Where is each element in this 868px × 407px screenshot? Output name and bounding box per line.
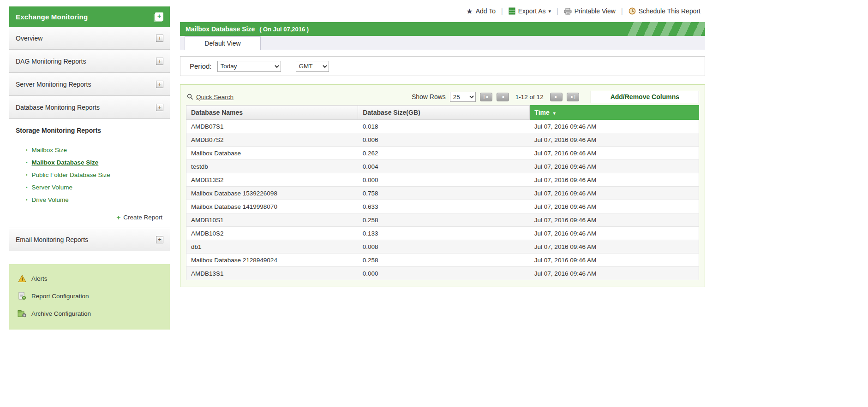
sidebar-item-mailbox-database-size[interactable]: • Mailbox Database Size (9, 156, 170, 169)
pagination-last-button[interactable]: ►| (567, 93, 579, 101)
printable-view-button[interactable]: Printable View (564, 7, 616, 15)
sidebar-link-label: Mailbox Database Size (32, 159, 99, 166)
title-bar-stripes-decoration (626, 22, 705, 36)
cell-database-size: 0.258 (358, 254, 530, 267)
sidebar-item-drive-volume[interactable]: • Drive Volume (9, 194, 170, 206)
quick-search-link[interactable]: Quick Search (186, 94, 233, 100)
cell-database-name: Mailbox Database (186, 147, 358, 160)
expand-plus-icon[interactable]: + (156, 104, 163, 111)
bullet-icon: • (26, 198, 28, 202)
expand-plus-icon[interactable]: + (156, 81, 163, 88)
export-as-button[interactable]: Export As ▾ (509, 7, 551, 15)
pagination-next-button[interactable]: ► (550, 93, 563, 101)
table-row: AMDB10S2 0.133 Jul 07, 2016 09:46 AM (186, 227, 699, 240)
pagination-prev-button[interactable]: ◄ (497, 93, 509, 101)
clock-icon (629, 7, 636, 15)
cell-database-name: Mailbox Database 1539226098 (186, 187, 358, 200)
table-row: AMDB13S2 0.000 Jul 07, 2016 09:46 AM (186, 173, 699, 187)
table-header-row: Database Names Database Size(GB) Time ▾ (186, 106, 699, 120)
add-remove-columns-button[interactable]: Add/Remove Columns (591, 91, 699, 103)
toolbar-separator: | (621, 7, 623, 15)
cell-time: Jul 07, 2016 09:46 AM (530, 254, 699, 267)
cell-database-size: 0.000 (358, 173, 530, 187)
archive-config-icon (18, 309, 26, 318)
plus-icon: + (116, 213, 120, 221)
tab-label: Default View (204, 40, 240, 47)
period-filter-bar: Period: Today GMT (180, 56, 705, 76)
printer-icon (564, 8, 572, 15)
bullet-icon: • (26, 185, 28, 190)
sidebar-item-overview[interactable]: Overview + (9, 27, 170, 50)
cell-time: Jul 07, 2016 09:46 AM (530, 227, 699, 240)
main-content: ★ Add To | Export As ▾ | (180, 0, 705, 287)
cell-database-size: 0.262 (358, 147, 530, 160)
sidebar-item-database-monitoring[interactable]: Database Monitoring Reports + (9, 96, 170, 119)
sidebar-item-dag-monitoring[interactable]: DAG Monitoring Reports + (9, 50, 170, 73)
report-table: Database Names Database Size(GB) Time ▾ … (186, 105, 699, 280)
add-remove-columns-label: Add/Remove Columns (611, 93, 679, 100)
add-report-icon[interactable]: + (155, 12, 163, 21)
table-row: AMDB07S1 0.018 Jul 07, 2016 09:46 AM (186, 120, 699, 133)
column-header-time-label: Time (534, 109, 549, 116)
show-rows-select[interactable]: 25 (450, 92, 476, 102)
page-title: Mailbox Database Size (186, 25, 255, 33)
quick-search-label: Quick Search (196, 94, 233, 100)
cell-time: Jul 07, 2016 09:46 AM (530, 133, 699, 147)
column-header-database-names[interactable]: Database Names (186, 106, 358, 120)
export-as-label: Export As (518, 7, 546, 15)
sidebar-item-label: DAG Monitoring Reports (16, 58, 86, 65)
cell-database-size: 0.004 (358, 160, 530, 173)
sort-desc-icon: ▾ (553, 111, 556, 116)
add-to-button[interactable]: ★ Add To (466, 7, 496, 16)
tab-default-view[interactable]: Default View (185, 36, 261, 50)
column-header-database-size[interactable]: Database Size(GB) (358, 106, 530, 120)
cell-time: Jul 07, 2016 09:46 AM (530, 200, 699, 213)
sidebar-item-mailbox-size[interactable]: • Mailbox Size (9, 144, 170, 156)
cell-time: Jul 07, 2016 09:46 AM (530, 187, 699, 200)
page-subtitle: ( On Jul 07,2016 ) (259, 26, 309, 33)
sidebar-link-label: Mailbox Size (32, 147, 67, 153)
expand-plus-icon[interactable]: + (156, 236, 163, 243)
alerts-link[interactable]: Alerts (9, 270, 170, 287)
sidebar-item-server-volume[interactable]: • Server Volume (9, 181, 170, 194)
toolbar-separator: | (557, 7, 558, 15)
sidebar-title: Exchange Monitoring (16, 13, 88, 21)
report-configuration-label: Report Configuration (31, 293, 89, 300)
pagination-first-button[interactable]: |◄ (480, 93, 492, 101)
expand-plus-icon[interactable]: + (156, 35, 163, 42)
report-configuration-link[interactable]: Report Configuration (9, 287, 170, 305)
sidebar-item-label: Email Monitoring Reports (16, 236, 88, 243)
cell-database-name: AMDB10S2 (186, 227, 358, 240)
sidebar-item-email-monitoring[interactable]: Email Monitoring Reports + (9, 228, 170, 251)
bullet-icon: • (26, 173, 28, 177)
sidebar-link-label: Drive Volume (32, 196, 69, 203)
sidebar-item-public-folder-database-size[interactable]: • Public Folder Database Size (9, 169, 170, 181)
table-controls: Quick Search Show Rows 25 |◄ ◄ 1-12 of 1… (186, 88, 699, 105)
storage-submenu: • Mailbox Size • Mailbox Database Size •… (9, 142, 170, 228)
sidebar-item-server-monitoring[interactable]: Server Monitoring Reports + (9, 73, 170, 96)
expand-plus-icon[interactable]: + (156, 58, 163, 65)
report-config-icon (18, 292, 26, 300)
column-header-time[interactable]: Time ▾ (530, 106, 699, 120)
cell-database-name: AMDB07S2 (186, 133, 358, 147)
alert-warning-icon (18, 274, 26, 283)
timezone-select[interactable]: GMT (296, 61, 329, 72)
archive-configuration-link[interactable]: Archive Configuration (9, 305, 170, 322)
toolbar-separator: | (501, 7, 503, 15)
report-actions-toolbar: ★ Add To | Export As ▾ | (180, 0, 705, 22)
cell-database-size: 0.133 (358, 227, 530, 240)
period-select[interactable]: Today (217, 61, 281, 72)
cell-time: Jul 07, 2016 09:46 AM (530, 147, 699, 160)
table-row: db1 0.008 Jul 07, 2016 09:46 AM (186, 240, 699, 254)
cell-time: Jul 07, 2016 09:46 AM (530, 160, 699, 173)
sidebar-item-storage-monitoring[interactable]: Storage Monitoring Reports (9, 119, 170, 142)
cell-time: Jul 07, 2016 09:46 AM (530, 173, 699, 187)
schedule-report-button[interactable]: Schedule This Report (629, 7, 700, 15)
table-row: AMDB13S1 0.000 Jul 07, 2016 09:46 AM (186, 267, 699, 280)
search-icon (187, 94, 193, 100)
report-table-panel: Quick Search Show Rows 25 |◄ ◄ 1-12 of 1… (180, 84, 705, 287)
sidebar: Exchange Monitoring + Overview + DAG Mon… (9, 6, 170, 330)
cell-database-name: Mailbox Database 1419998070 (186, 200, 358, 213)
create-report-button[interactable]: + Create Report (9, 206, 170, 228)
cell-database-name: testdb (186, 160, 358, 173)
